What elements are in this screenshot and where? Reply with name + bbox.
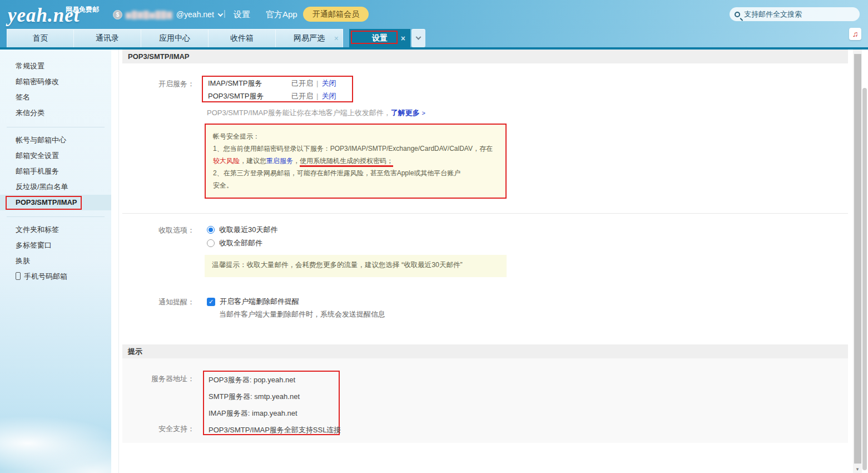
sidebar-item-general[interactable]: 常规设置 <box>0 58 111 74</box>
tab-contacts[interactable]: 通讯录 <box>74 29 141 47</box>
restart-service-link[interactable]: 重启服务 <box>266 157 293 165</box>
phone-icon <box>16 272 21 280</box>
sidebar-item-account-center[interactable]: 帐号与邮箱中心 <box>0 132 111 148</box>
header-separator: | <box>224 9 226 18</box>
settings-sidebar: 常规设置 邮箱密码修改 签名 来信分类 帐号与邮箱中心 邮箱安全设置 邮箱手机服… <box>0 50 111 473</box>
service-row-pop3-smtp: POP3/SMTP服务 已开启 | 关闭 <box>208 90 347 102</box>
page-title: POP3/SMTP/IMAP <box>122 50 848 63</box>
account-username-blurred: ▆█▇█▆██▇ <box>126 11 173 19</box>
status-badge: 已开启 <box>291 91 313 101</box>
services-description: POP3/SMTP/IMAP服务能让你在本地客户端上收发邮件，了解更多 > <box>207 108 425 118</box>
close-icon[interactable]: × <box>334 34 339 43</box>
sidebar-item-signature[interactable]: 签名 <box>0 90 111 105</box>
account-domain: @yeah.net <box>176 10 214 19</box>
status-badge: 已开启 <box>291 78 313 88</box>
notify-sub-text: 当邮件客户端大量删除邮件时，系统会发送提醒信息 <box>219 309 385 319</box>
tab-app-center[interactable]: 应用中心 <box>141 29 209 47</box>
underlined-advice-text: 使用系统随机生成的授权密码； <box>300 157 393 167</box>
tab-inbox[interactable]: 收件箱 <box>209 29 276 47</box>
notify-label: 通知提醒： <box>122 297 195 307</box>
sidebar-item-password[interactable]: 邮箱密码修改 <box>0 74 111 90</box>
music-icon[interactable]: ♫ <box>849 28 861 40</box>
close-icon[interactable]: × <box>401 34 405 43</box>
sidebar-divider <box>7 216 105 217</box>
vip-upgrade-button[interactable]: 开通邮箱会员 <box>303 7 369 22</box>
coin-icon: $ <box>113 10 122 19</box>
server-address-label: 服务器地址： <box>122 374 195 384</box>
fetch-tip-box: 温馨提示：收取大量邮件，会耗费您更多的流量，建议您选择 “收取最近30天邮件” <box>205 255 507 277</box>
tab-settings-active[interactable]: 设置 × <box>349 29 410 47</box>
tab-home[interactable]: 首页 <box>7 29 74 47</box>
radio-option-recent-30-days[interactable]: 收取最近30天邮件 <box>207 224 277 235</box>
search-input[interactable] <box>744 10 850 18</box>
sidebar-divider <box>7 127 105 127</box>
server-pop3: POP3服务器: pop.yeah.net <box>204 372 339 388</box>
sidebar-item-folders-labels[interactable]: 文件夹和标签 <box>0 222 111 238</box>
main-panel: POP3/SMTP/IMAP 开启服务： IMAP/SMTP服务 已开启 | 关… <box>111 50 853 473</box>
search-box[interactable] <box>730 7 860 21</box>
notice-line-4: 安全。 <box>213 179 498 191</box>
header-official-app-link[interactable]: 官方App <box>266 9 297 20</box>
sidebar-item-mobile-mailbox[interactable]: 手机号码邮箱 <box>0 269 111 284</box>
scrollbar-down-arrow[interactable]: ▾ <box>853 465 862 473</box>
notice-line-3: 2、在第三方登录网易邮箱，可能存在邮件泄露风险，甚至危害Apple或其他平台账户 <box>213 167 498 179</box>
outer-scrollbar-thumb[interactable] <box>862 88 867 470</box>
sidebar-item-pop3-smtp-imap[interactable]: POP3/SMTP/IMAP <box>0 195 111 210</box>
notice-title: 帐号安全提示： <box>213 130 498 142</box>
sidebar-item-security-settings[interactable]: 邮箱安全设置 <box>0 148 111 164</box>
server-imap: IMAP服务器: imap.yeah.net <box>204 405 339 422</box>
notice-line-2: 较大风险，建议您重启服务，使用系统随机生成的授权密码； <box>213 155 498 167</box>
chevron-down-icon <box>416 34 421 40</box>
logo-subtitle: 网易免费邮 <box>66 5 99 14</box>
tab-dropdown-button[interactable] <box>411 29 425 47</box>
annotation-box-services: IMAP/SMTP服务 已开启 | 关闭 POP3/SMTP服务 已开启 | 关… <box>202 76 353 102</box>
close-service-link[interactable]: 关闭 <box>321 91 336 101</box>
chevron-down-icon <box>217 11 223 17</box>
radio-option-all-mail[interactable]: 收取全部邮件 <box>207 238 262 249</box>
radio-selected-icon[interactable] <box>207 226 215 234</box>
radio-unselected-icon[interactable] <box>207 239 215 247</box>
checkbox-delete-reminder[interactable]: ✓ 开启客户端删除邮件提醒 <box>207 297 299 307</box>
section-divider <box>122 213 848 214</box>
tab-bar: 首页 通讯录 应用中心 收件箱 网易严选 × 设置 × <box>7 29 425 47</box>
scrollbar-thumb[interactable] <box>854 54 861 464</box>
account-security-notice: 帐号安全提示： 1、您当前使用邮箱密码登录以下服务：POP3/IMAP/SMTP… <box>205 124 507 199</box>
ssl-support-value: POP3/SMTP/IMAP服务全部支持SSL连接 <box>204 422 339 438</box>
sidebar-item-mobile-service[interactable]: 邮箱手机服务 <box>0 164 111 179</box>
sidebar-item-skin[interactable]: 换肤 <box>0 253 111 269</box>
account-menu[interactable]: $ ▆█▇█▆██▇ @yeah.net <box>113 8 222 21</box>
server-smtp: SMTP服务器: smtp.yeah.net <box>204 388 339 405</box>
tab-yanxuan[interactable]: 网易严选 × <box>276 29 343 47</box>
sidebar-item-mail-classify[interactable]: 来信分类 <box>0 105 111 121</box>
close-service-link[interactable]: 关闭 <box>321 78 336 88</box>
tips-section-header: 提示 <box>122 344 848 358</box>
sidebar-item-multitab[interactable]: 多标签窗口 <box>0 238 111 253</box>
services-label: 开启服务： <box>122 79 195 89</box>
search-icon <box>735 12 740 17</box>
fetch-options-label: 收取选项： <box>122 225 195 235</box>
service-row-imap-smtp: IMAP/SMTP服务 已开启 | 关闭 <box>208 77 347 89</box>
sidebar-item-antispam[interactable]: 反垃圾/黑白名单 <box>0 179 111 195</box>
notice-line-1: 1、您当前使用邮箱密码登录以下服务：POP3/IMAP/SMTP/Exchang… <box>213 142 498 155</box>
risk-text: 较大风险 <box>213 157 240 165</box>
checkbox-checked-icon[interactable]: ✓ <box>207 298 215 306</box>
header-settings-link[interactable]: 设置 <box>234 9 250 20</box>
annotation-box-servers: POP3服务器: pop.yeah.net SMTP服务器: smtp.yeah… <box>203 371 340 435</box>
arrow-right-icon: > <box>421 110 425 116</box>
security-support-label: 安全支持： <box>122 424 195 434</box>
learn-more-link[interactable]: 了解更多 <box>391 109 420 117</box>
